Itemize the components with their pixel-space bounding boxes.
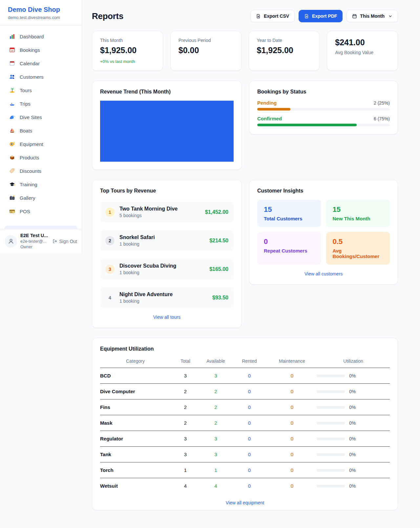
rank-badge: 3 bbox=[105, 265, 115, 274]
status-label: Pending bbox=[257, 100, 277, 106]
brand-title: Demo Dive Shop bbox=[8, 6, 74, 13]
equipment-available: 3 bbox=[200, 452, 231, 457]
sign-out-button[interactable]: Sign Out bbox=[52, 239, 77, 244]
rank-badge: 2 bbox=[105, 236, 115, 245]
equipment-available: 2 bbox=[200, 404, 231, 410]
tour-name: Discover Scuba Diving bbox=[119, 263, 176, 269]
charts-row: Revenue Trend (This Month) Bookings by S… bbox=[92, 81, 398, 170]
utilization-bar-track bbox=[317, 453, 345, 456]
sidebar-item-label: Boats bbox=[20, 128, 32, 133]
sidebar-item-label: Training bbox=[20, 182, 37, 187]
sidebar-item-training[interactable]: Training bbox=[5, 178, 77, 191]
sidebar-item-label: Customers bbox=[20, 74, 44, 80]
utilization-percent: 0% bbox=[349, 405, 356, 410]
sidebar-item-discounts[interactable]: Discounts bbox=[5, 165, 77, 177]
insight-label: New This Month bbox=[333, 216, 384, 221]
status-bar-track bbox=[257, 108, 390, 111]
sidebar-item-label: Discounts bbox=[20, 168, 41, 174]
tour-amount: $1,452.00 bbox=[205, 209, 228, 215]
equipment-category: Torch bbox=[100, 467, 171, 473]
file-download-icon bbox=[304, 14, 309, 19]
insight-value: 15 bbox=[264, 205, 315, 214]
equipment-row: Torch 1 1 0 0 0% bbox=[100, 462, 390, 478]
dashboard-icon bbox=[9, 33, 15, 39]
avatar bbox=[5, 235, 17, 248]
sidebar-item-customers[interactable]: Customers bbox=[5, 71, 77, 83]
calendar-icon bbox=[9, 60, 15, 66]
equipment-rented: 0 bbox=[231, 483, 267, 489]
revenue-trend-bar bbox=[100, 101, 234, 162]
sidebar-item-boats[interactable]: Boats bbox=[5, 124, 77, 137]
user-name: E2E Test U... bbox=[20, 233, 48, 239]
equipment-utilization: 0% bbox=[317, 373, 390, 378]
equipment-available: 4 bbox=[200, 483, 231, 489]
user-info: E2E Test U... e2e-tester@... Owner bbox=[20, 233, 48, 250]
view-all-customers-link[interactable]: View all customers bbox=[257, 271, 390, 276]
utilization-bar-track bbox=[317, 485, 345, 487]
sidebar-item-dashboard[interactable]: Dashboard bbox=[5, 30, 77, 43]
equipment-total: 3 bbox=[171, 436, 200, 441]
export-pdf-button[interactable]: Export PDF bbox=[299, 10, 343, 22]
utilization-bar-track bbox=[317, 375, 345, 377]
sidebar-item-trips[interactable]: Trips bbox=[5, 97, 77, 110]
period-label: This Month bbox=[360, 13, 385, 19]
equipment-maintenance: 0 bbox=[267, 483, 317, 489]
tours-icon bbox=[9, 87, 15, 93]
view-all-equipment-link[interactable]: View all equipment bbox=[100, 500, 390, 505]
sidebar-item-dive-sites[interactable]: Dive Sites bbox=[5, 111, 77, 123]
stat-label: Previous Period bbox=[178, 38, 233, 43]
tour-list: 1 Two Tank Morning Dive 5 bookings $1,45… bbox=[100, 202, 234, 308]
sidebar-item-bookings[interactable]: 17 Bookings bbox=[5, 44, 77, 56]
stat-value: $1,925.00 bbox=[100, 46, 155, 55]
status-bar-track bbox=[257, 124, 390, 126]
customer-insights-card: Customer Insights 15 Total Customers 15 … bbox=[249, 180, 398, 285]
tour-text: Discover Scuba Diving 1 booking bbox=[119, 263, 176, 275]
tour-text: Two Tank Morning Dive 5 bookings bbox=[119, 206, 178, 218]
rank-badge: 4 bbox=[105, 293, 115, 302]
equipment-utilization-title: Equipment Utilization bbox=[100, 346, 390, 352]
equipment-available: 3 bbox=[200, 436, 231, 441]
tour-bookings: 5 bookings bbox=[119, 213, 178, 218]
sidebar-item-partial-highlight[interactable] bbox=[5, 226, 77, 229]
equipment-category: Tank bbox=[100, 452, 171, 457]
stat-value: $241.00 bbox=[335, 38, 390, 47]
sidebar-item-label: Bookings bbox=[20, 47, 40, 53]
equipment-category: Wetsuit bbox=[100, 483, 171, 489]
period-dropdown[interactable]: This Month bbox=[346, 10, 398, 22]
equipment-maintenance: 0 bbox=[267, 389, 317, 394]
sidebar-item-products[interactable]: Products bbox=[5, 151, 77, 164]
equipment-column-header: Maintenance bbox=[267, 358, 317, 364]
sidebar-item-calendar[interactable]: Calendar bbox=[5, 57, 77, 70]
equipment-utilization: 0% bbox=[317, 405, 390, 410]
stat-label: This Month bbox=[100, 38, 155, 43]
utilization-percent: 0% bbox=[349, 389, 356, 394]
dive-sites-icon bbox=[9, 114, 15, 120]
status-label: Confirmed bbox=[257, 116, 282, 121]
status-row: Pending 2 (25%) bbox=[257, 100, 390, 111]
stat-delta: +0% vs last month bbox=[100, 59, 155, 64]
utilization-percent: 0% bbox=[349, 420, 356, 426]
sidebar-item-gallery[interactable]: Gallery bbox=[5, 192, 77, 204]
calendar-outline-icon bbox=[352, 14, 357, 19]
brand-block: Demo Dive Shop demo.test.divestreams.com bbox=[0, 0, 82, 26]
sidebar-item-tours[interactable]: Tours bbox=[5, 84, 77, 96]
equipment-column-header: Available bbox=[200, 358, 231, 364]
revenue-trend-title: Revenue Trend (This Month) bbox=[100, 89, 234, 95]
view-all-tours-link[interactable]: View all tours bbox=[100, 315, 234, 320]
equipment-column-header: Total bbox=[171, 358, 200, 364]
sidebar-item-equipment[interactable]: Equipment bbox=[5, 138, 77, 150]
sign-out-icon bbox=[52, 239, 57, 244]
insight-label: Total Customers bbox=[264, 216, 315, 221]
utilization-percent: 0% bbox=[349, 436, 356, 441]
sidebar-item-pos[interactable]: POS bbox=[5, 205, 77, 217]
equipment-rented: 0 bbox=[231, 452, 267, 457]
export-csv-button[interactable]: Export CSV bbox=[250, 10, 295, 22]
user-email: e2e-tester@... bbox=[20, 239, 48, 244]
sidebar-item-label: Gallery bbox=[20, 195, 35, 201]
insight-cell: 15 Total Customers bbox=[257, 200, 321, 227]
equipment-utilization: 0% bbox=[317, 420, 390, 426]
tour-text: Night Dive Adventure 1 booking bbox=[119, 292, 173, 304]
file-download-icon bbox=[256, 14, 261, 19]
insights-row: Top Tours by Revenue 1 Two Tank Morning … bbox=[92, 180, 398, 328]
sidebar-item-label: Dashboard bbox=[20, 34, 44, 39]
